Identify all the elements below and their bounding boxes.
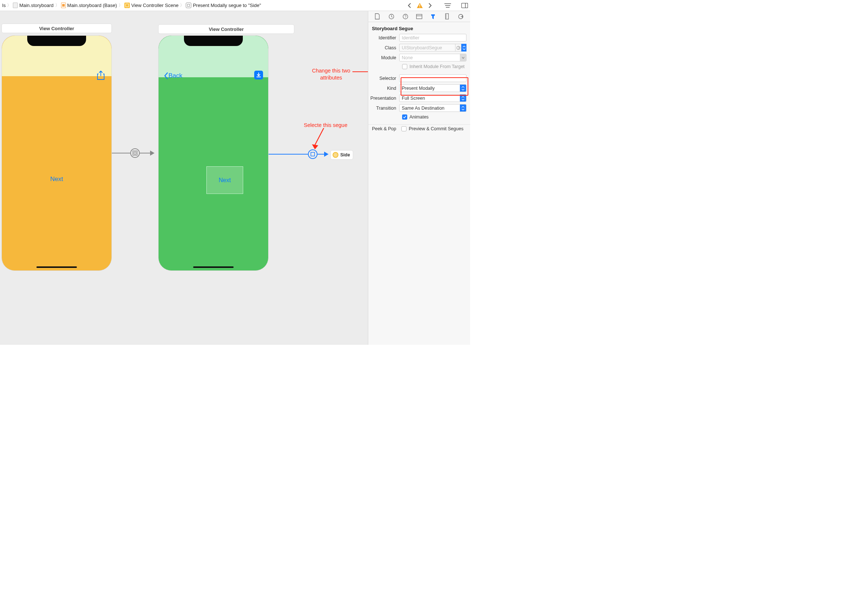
home-indicator-right bbox=[193, 266, 234, 268]
adjust-lines-icon[interactable] bbox=[444, 2, 451, 9]
crumb-segue-label: Present Modally segue to "Side" bbox=[193, 3, 261, 8]
home-indicator-left bbox=[37, 266, 77, 268]
svg-rect-2 bbox=[462, 3, 468, 8]
svg-rect-5 bbox=[133, 151, 137, 155]
phone-mockup-left[interactable]: Next bbox=[1, 35, 112, 271]
crumb-storyboard-label: Main.storyboard bbox=[19, 3, 53, 8]
transition-value: Same As Destination bbox=[400, 104, 460, 111]
svg-rect-7 bbox=[311, 153, 315, 156]
tab-identity-inspector[interactable] bbox=[415, 13, 423, 21]
tab-history-inspector[interactable] bbox=[387, 13, 396, 21]
download-icon bbox=[256, 72, 262, 78]
kind-select[interactable]: Present Modally bbox=[399, 84, 466, 92]
preview-label: Preview & Commit Segues bbox=[409, 126, 463, 131]
crumb-sep: 〉 bbox=[119, 2, 123, 9]
phone-mockup-right[interactable]: Back Next bbox=[158, 35, 268, 271]
module-row: Module None bbox=[368, 53, 470, 63]
class-dropdown-button[interactable] bbox=[462, 44, 466, 51]
kind-value: Present Modally bbox=[400, 85, 460, 92]
animates-row: Animates bbox=[368, 113, 470, 121]
segue-node-selected[interactable] bbox=[308, 150, 318, 159]
selector-input[interactable] bbox=[399, 74, 466, 82]
breadcrumbs: ls 〉 Main.storyboard 〉 Main.storyboard (… bbox=[2, 2, 406, 9]
container-segue-icon bbox=[132, 151, 138, 155]
phone-right-notch bbox=[184, 36, 243, 46]
breadcrumb-bar: ls 〉 Main.storyboard 〉 Main.storyboard (… bbox=[0, 0, 470, 11]
inherit-module-label: Inherit Module From Target bbox=[409, 64, 464, 69]
crumb-project-label: ls bbox=[2, 3, 6, 8]
crumb-sep: 〉 bbox=[7, 2, 12, 9]
crumb-base-label: Main.storyboard (Base) bbox=[67, 3, 117, 8]
crumb-scene[interactable]: View Controller Scene bbox=[125, 3, 179, 8]
kind-row: Kind Present Modally bbox=[368, 83, 470, 93]
module-value: None bbox=[400, 54, 460, 61]
section-title: Storyboard Segue bbox=[368, 23, 470, 33]
tab-file-inspector[interactable] bbox=[374, 13, 381, 21]
presentation-select[interactable]: Full Screen bbox=[399, 94, 466, 102]
peek-pop-row: Peek & Pop Preview & Commit Segues bbox=[368, 125, 470, 133]
history-forward-button[interactable] bbox=[427, 2, 434, 9]
crumb-scene-label: View Controller Scene bbox=[131, 3, 179, 8]
presentation-row: Presentation Full Screen bbox=[368, 93, 470, 103]
inspector-panel: ? Storyboard Segue Identifier Class Modu… bbox=[368, 11, 470, 345]
tab-help-inspector[interactable]: ? bbox=[401, 13, 409, 21]
inherit-module-checkbox[interactable] bbox=[402, 64, 407, 69]
segue-icon bbox=[186, 3, 191, 8]
presentation-dropdown-icon bbox=[460, 95, 466, 101]
transition-select[interactable]: Same As Destination bbox=[399, 104, 466, 112]
segue-section: Storyboard Segue Identifier Class Module… bbox=[368, 22, 470, 125]
viewcontroller-icon bbox=[333, 152, 338, 158]
crumb-project[interactable]: ls bbox=[2, 3, 6, 8]
download-button[interactable] bbox=[254, 70, 263, 79]
crumb-segue[interactable]: Present Modally segue to "Side" bbox=[186, 3, 261, 8]
inspector-tabs: ? bbox=[368, 11, 470, 22]
animates-checkbox[interactable] bbox=[402, 114, 407, 120]
svg-point-9 bbox=[335, 154, 336, 155]
segue-arrowhead-1 bbox=[150, 151, 154, 155]
module-label: Module bbox=[368, 55, 399, 60]
crumb-storyboard[interactable]: Main.storyboard bbox=[13, 3, 53, 8]
presentation-value: Full Screen bbox=[400, 95, 460, 101]
scene-title-left[interactable]: View Controller bbox=[1, 23, 112, 33]
share-icon[interactable] bbox=[97, 70, 105, 81]
container-view[interactable]: Next bbox=[207, 166, 243, 194]
side-viewcontroller-chip[interactable]: Side bbox=[330, 150, 353, 160]
transition-label: Transition bbox=[368, 106, 399, 111]
kind-label: Kind bbox=[368, 86, 399, 91]
identifier-label: Identifier bbox=[368, 35, 399, 41]
module-dropdown-icon bbox=[460, 54, 466, 61]
segue-line-2a[interactable] bbox=[268, 154, 308, 154]
toggle-assistant-icon[interactable] bbox=[462, 2, 468, 9]
preview-checkbox[interactable] bbox=[401, 126, 406, 131]
tab-size-inspector[interactable] bbox=[443, 13, 451, 21]
segue-arrowhead-2 bbox=[324, 152, 328, 157]
scene-title-right[interactable]: View Controller bbox=[158, 24, 294, 34]
class-jump-button[interactable] bbox=[455, 44, 462, 51]
identifier-input[interactable] bbox=[399, 34, 466, 42]
class-input[interactable] bbox=[399, 44, 455, 51]
back-button[interactable]: Back bbox=[164, 72, 182, 79]
tab-attributes-inspector[interactable] bbox=[429, 13, 437, 21]
next-button-right: Next bbox=[219, 177, 231, 183]
present-modally-icon bbox=[311, 152, 315, 156]
crumb-sep: 〉 bbox=[180, 2, 184, 9]
animates-label: Animates bbox=[409, 114, 429, 120]
storyboard-canvas[interactable]: View Controller View Controller Next Bac… bbox=[0, 11, 368, 345]
annotation-attributes: Change this two attributes bbox=[305, 67, 357, 81]
selector-row: Selector bbox=[368, 73, 470, 83]
storyboard-base-icon bbox=[61, 3, 66, 8]
next-button-left[interactable]: Next bbox=[2, 176, 111, 183]
kind-dropdown-icon bbox=[460, 85, 466, 92]
identifier-row: Identifier bbox=[368, 33, 470, 43]
svg-rect-15 bbox=[416, 14, 422, 19]
history-back-button[interactable] bbox=[406, 2, 413, 9]
warning-icon[interactable] bbox=[416, 2, 423, 9]
class-row: Class bbox=[368, 43, 470, 53]
tab-connections-inspector[interactable] bbox=[457, 13, 465, 21]
annotation-arrow-2 bbox=[312, 128, 327, 150]
svg-rect-17 bbox=[445, 14, 448, 19]
transition-dropdown-icon bbox=[460, 104, 466, 111]
segue-node-1[interactable] bbox=[130, 148, 140, 158]
module-select[interactable]: None bbox=[399, 54, 466, 62]
crumb-base[interactable]: Main.storyboard (Base) bbox=[61, 3, 117, 8]
